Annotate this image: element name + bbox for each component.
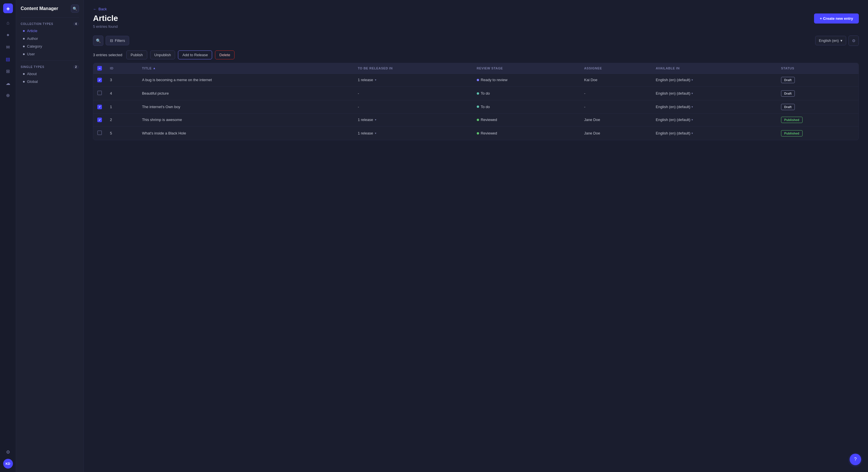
pages-icon[interactable]: ⊞ — [3, 66, 13, 76]
nav-sidebar: Content Manager 🔍 COLLECTION TYPES 4 Art… — [16, 0, 84, 472]
row-checkbox[interactable] — [97, 91, 102, 95]
row-checkbox-cell — [93, 73, 106, 87]
release-caret-icon[interactable]: ▾ — [375, 78, 376, 81]
col-id: ID — [106, 63, 138, 74]
review-label: Reviewed — [481, 117, 497, 122]
row-title[interactable]: This shrimp is awesome — [138, 113, 354, 127]
release-caret-icon[interactable]: ▾ — [375, 132, 376, 135]
add-to-release-button[interactable]: Add to Release — [178, 50, 212, 59]
sidebar-item-article[interactable]: Article — [16, 27, 84, 35]
col-assignee: ASSIGNEE — [580, 63, 652, 74]
available-in-caret-icon[interactable]: ▾ — [691, 92, 693, 95]
release-label: 1 release — [358, 131, 373, 135]
row-status: Published — [777, 127, 859, 140]
cloud-icon[interactable]: ☁ — [3, 78, 13, 88]
row-assignee: - — [580, 100, 652, 113]
release-caret-icon[interactable]: ▾ — [375, 118, 376, 121]
sidebar-item-user[interactable]: User — [16, 50, 84, 58]
icon-sidebar: ◈ ⌂ ✦ ✉ ▤ ⊞ ☁ ⊕ ⚙ KD — [0, 0, 16, 472]
locale-selector[interactable]: English (en) ▾ — [815, 36, 846, 45]
row-checkbox[interactable] — [97, 131, 102, 135]
col-title[interactable]: TITLE ▲ — [138, 63, 354, 74]
email-icon[interactable]: ✉ — [3, 42, 13, 52]
table-row: 5What's inside a Black Hole1 release▾Rev… — [93, 127, 859, 140]
sidebar-item-about[interactable]: About — [16, 70, 84, 78]
page-title: Article — [93, 13, 118, 23]
help-button[interactable]: ? — [849, 453, 861, 465]
category-dot — [23, 45, 25, 47]
row-available-in[interactable]: English (en) (default)▾ — [652, 113, 777, 127]
available-in-caret-icon[interactable]: ▾ — [691, 105, 693, 108]
create-new-entry-button[interactable]: + Create new entry — [814, 13, 859, 24]
page-header: Article 5 entries found + Create new ent… — [93, 13, 859, 29]
row-checkbox[interactable] — [97, 117, 102, 122]
row-release: - — [353, 87, 472, 100]
table-row: 2This shrimp is awesome1 release▾Reviewe… — [93, 113, 859, 127]
back-link[interactable]: ← Back — [93, 7, 859, 11]
sidebar-item-category[interactable]: Category — [16, 42, 84, 50]
row-review-stage: To do — [473, 100, 580, 113]
selection-count: 3 entries selected — [93, 53, 122, 57]
row-title[interactable]: The internet's Own boy — [138, 100, 354, 113]
review-dot-icon — [477, 105, 479, 108]
nav-search-button[interactable]: 🔍 — [71, 5, 79, 12]
search-icon: 🔍 — [96, 38, 101, 43]
row-checkbox-cell — [93, 127, 106, 140]
row-title[interactable]: What's inside a Black Hole — [138, 127, 354, 140]
filters-button[interactable]: ⊟ Filters — [105, 36, 129, 45]
delete-button[interactable]: Delete — [215, 50, 235, 59]
user-dot — [23, 53, 25, 55]
status-badge: Draft — [781, 77, 795, 83]
available-in-caret-icon[interactable]: ▾ — [691, 78, 693, 81]
status-badge: Draft — [781, 90, 795, 97]
row-status: Draft — [777, 100, 859, 113]
sort-arrow-icon: ▲ — [153, 67, 156, 70]
available-in-label: English (en) (default) — [656, 131, 691, 135]
row-status: Published — [777, 113, 859, 127]
app-logo[interactable]: ◈ — [3, 3, 13, 13]
row-available-in[interactable]: English (en) (default)▾ — [652, 87, 777, 100]
row-available-in[interactable]: English (en) (default)▾ — [652, 73, 777, 87]
row-title[interactable]: Beautiful picture — [138, 87, 354, 100]
col-available: AVAILABLE IN — [652, 63, 777, 74]
settings-icon[interactable]: ⚙ — [3, 447, 13, 457]
release-label: 1 release — [358, 117, 373, 122]
sidebar-item-global[interactable]: Global — [16, 78, 84, 86]
row-id: 3 — [106, 73, 138, 87]
select-all-checkbox[interactable] — [97, 66, 102, 71]
row-checkbox[interactable] — [97, 105, 102, 109]
publish-button[interactable]: Publish — [126, 50, 147, 59]
divider-2 — [21, 60, 79, 61]
avatar[interactable]: KD — [3, 459, 13, 469]
cart-icon[interactable]: ⊕ — [3, 90, 13, 100]
search-button[interactable]: 🔍 — [93, 36, 103, 46]
row-review-stage: To do — [473, 87, 580, 100]
row-id: 5 — [106, 127, 138, 140]
table-settings-button[interactable]: ⚙ — [848, 36, 859, 46]
available-in-caret-icon[interactable]: ▾ — [691, 132, 693, 135]
row-release[interactable]: 1 release▾ — [353, 113, 472, 127]
unpublish-button[interactable]: Unpublish — [150, 50, 175, 59]
locale-caret-icon: ▾ — [840, 38, 842, 43]
divider — [21, 17, 79, 18]
available-in-caret-icon[interactable]: ▾ — [691, 118, 693, 121]
row-available-in[interactable]: English (en) (default)▾ — [652, 100, 777, 113]
media-icon[interactable]: ▤ — [3, 54, 13, 64]
gear-icon: ⚙ — [852, 38, 856, 43]
review-dot-icon — [477, 92, 479, 95]
row-id: 4 — [106, 87, 138, 100]
review-dot-icon — [477, 132, 479, 134]
back-arrow-icon: ← — [93, 7, 97, 11]
row-title[interactable]: A bug is becoming a meme on the internet — [138, 73, 354, 87]
row-assignee: Jane Doe — [580, 113, 652, 127]
toolbar: 🔍 ⊟ Filters English (en) ▾ ⚙ — [93, 36, 859, 46]
row-available-in[interactable]: English (en) (default)▾ — [652, 127, 777, 140]
single-types-label: SINGLE TYPES 2 — [16, 63, 84, 70]
row-release[interactable]: 1 release▾ — [353, 127, 472, 140]
row-release[interactable]: 1 release▾ — [353, 73, 472, 87]
row-checkbox[interactable] — [97, 78, 102, 82]
home-icon[interactable]: ⌂ — [3, 18, 13, 28]
global-dot — [23, 81, 25, 82]
sidebar-item-author[interactable]: Author — [16, 35, 84, 42]
feather-icon[interactable]: ✦ — [3, 30, 13, 40]
